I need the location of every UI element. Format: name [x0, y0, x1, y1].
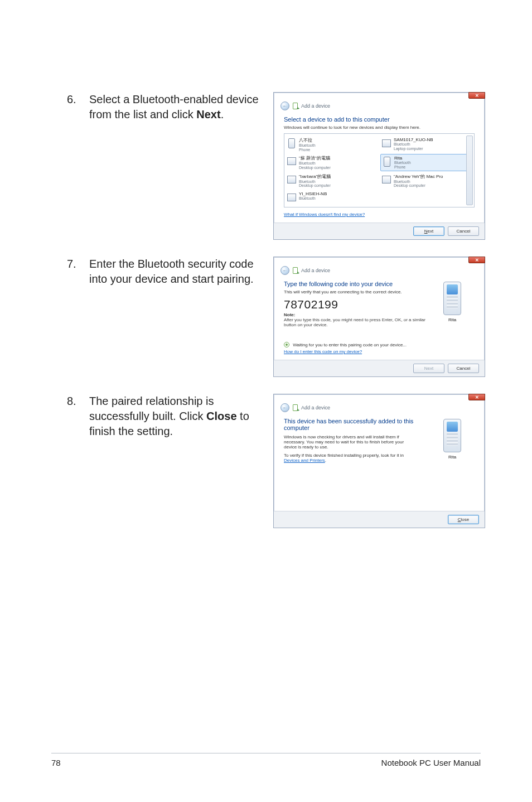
device-name: YI_HSIEH-NB: [299, 191, 327, 196]
dialog-body: Rita Type the following code into your d…: [274, 278, 485, 360]
spinner-icon: [284, 342, 289, 347]
device-type: Bluetooth: [394, 161, 411, 165]
cancel-button[interactable]: Cancel: [448, 364, 479, 373]
device-item[interactable]: SAM1017_KUO-NB Bluetooth Laptop computer: [380, 136, 473, 153]
phone-icon: [287, 137, 297, 149]
step-text-bold: Next: [196, 108, 220, 120]
device-item[interactable]: "barbara"的電腦 Bluetooth Desktop computer: [286, 172, 378, 189]
device-name: "barbara"的電腦: [299, 173, 331, 180]
step-figure: ✕ ← Add a device Rita Type the following…: [273, 257, 485, 377]
device-name: "蘇 辟清"的電腦: [299, 155, 331, 161]
laptop-icon: [381, 137, 391, 149]
device-name: Rita: [394, 156, 411, 161]
add-device-icon: [293, 267, 298, 274]
dialog-header: ← Add a device: [274, 257, 485, 278]
dialog-title: Add a device: [301, 405, 330, 410]
device-item[interactable]: "Andrew Yeh"的 Mac Pro Bluetooth Desktop …: [380, 172, 473, 189]
dialog-footer: Next Cancel: [274, 223, 485, 239]
step-text: Select a Bluetooth-enabled device from t…: [89, 92, 273, 122]
step-text-post: .: [221, 108, 224, 120]
status-text: Waiting for you to enter this pairing co…: [293, 342, 407, 347]
step-number: 7.: [67, 257, 89, 272]
close-icon[interactable]: ✕: [468, 394, 485, 400]
phone-icon: [382, 156, 392, 168]
phone-icon: [443, 419, 461, 452]
device-kind: Desktop computer: [299, 166, 331, 170]
device-name: SAM1017_KUO-NB: [394, 137, 433, 142]
next-button: Next: [413, 364, 444, 373]
help-link[interactable]: What if Windows doesn't find my device?: [284, 212, 365, 217]
desktop-icon: [287, 173, 297, 186]
step-text: The paired relationship is successfully …: [89, 394, 273, 439]
verify-pre: To verify if this device finished instal…: [284, 453, 404, 458]
device-kind: Phone: [394, 165, 411, 170]
step-6: 6. Select a Bluetooth-enabled device fro…: [67, 92, 482, 240]
dialog-footer: Next Cancel: [274, 360, 485, 376]
page-footer: 78 Notebook PC User Manual: [0, 753, 532, 767]
dialog-body: Select a device to add to this computer …: [274, 114, 485, 223]
device-item-selected[interactable]: Rita Bluetooth Phone: [380, 154, 473, 171]
close-button-label: lose: [461, 517, 470, 522]
verify-text: To verify if this device finished instal…: [284, 453, 412, 463]
device-type: Bluetooth: [299, 143, 316, 148]
device-item[interactable]: YI_HSIEH-NB Bluetooth: [286, 190, 378, 205]
step-7: 7. Enter the Bluetooth security code int…: [67, 257, 482, 377]
cancel-button[interactable]: Cancel: [448, 226, 479, 236]
device-kind: Desktop computer: [394, 183, 443, 188]
step-text-bold: Close: [206, 410, 236, 422]
dialog-subtext: Windows will continue to look for new de…: [284, 125, 475, 130]
device-thumbnail: Rita: [430, 419, 475, 460]
close-icon[interactable]: ✕: [468, 92, 485, 99]
device-list[interactable]: 八不拉 Bluetooth Phone SAM1017_KUO-NB Bluet…: [284, 133, 475, 207]
close-button[interactable]: Close: [448, 515, 479, 524]
laptop-icon: [287, 191, 297, 204]
dialog-header: ← Add a device: [274, 93, 485, 114]
verify-post: .: [325, 458, 326, 463]
step-number: 6.: [67, 92, 89, 107]
next-button-label: ext: [428, 229, 434, 234]
back-button: ←: [280, 403, 289, 412]
dialog-heading: Select a device to add to this computer: [284, 116, 475, 123]
device-type: Bluetooth: [394, 180, 443, 184]
desktop-icon: [381, 173, 391, 186]
close-icon[interactable]: ✕: [468, 257, 485, 263]
device-thumbnail: Rita: [430, 282, 475, 322]
dialog-enter-code: ✕ ← Add a device Rita Type the following…: [273, 257, 485, 377]
device-item[interactable]: "蘇 辟清"的電腦 Bluetooth Desktop computer: [286, 154, 378, 171]
page-number: 78: [51, 758, 61, 767]
device-kind: Desktop computer: [299, 183, 331, 188]
back-button[interactable]: ←: [280, 266, 289, 275]
devices-and-printers-link[interactable]: Devices and Printers: [284, 458, 325, 463]
device-type: Bluetooth: [394, 142, 433, 147]
add-device-icon: [293, 103, 298, 109]
device-item[interactable]: 八不拉 Bluetooth Phone: [286, 136, 378, 153]
device-kind: Laptop computer: [394, 147, 433, 151]
device-thumb-label: Rita: [430, 455, 475, 460]
footer-divider: [51, 753, 481, 753]
step-text-pre: The paired relationship is successfully …: [89, 395, 214, 422]
device-thumb-label: Rita: [430, 317, 475, 322]
dialog-title: Add a device: [301, 268, 330, 273]
status-row: Waiting for you to enter this pairing co…: [284, 342, 475, 347]
dialog-footer: Close: [274, 511, 485, 528]
phone-icon: [443, 282, 461, 315]
dialog-select-device: ✕ ← Add a device Select a device to add …: [273, 92, 485, 240]
step-8: 8. The paired relationship is successful…: [67, 394, 482, 528]
dialog-body: Rita This device has been successfully a…: [274, 416, 485, 511]
step-text-pre: Select a Bluetooth-enabled device from t…: [89, 93, 259, 120]
add-device-icon: [293, 404, 298, 411]
device-kind: Phone: [299, 148, 316, 152]
next-button[interactable]: Next: [413, 226, 444, 236]
dialog-subtext: Windows is now checking for drivers and …: [284, 434, 412, 450]
device-type: Bluetooth: [299, 196, 327, 201]
back-button[interactable]: ←: [280, 102, 289, 110]
dialog-header: ← Add a device: [274, 394, 485, 416]
desktop-icon: [287, 155, 297, 167]
help-link[interactable]: How do I enter this code on my device?: [284, 349, 362, 354]
footer-text: Notebook PC User Manual: [381, 758, 481, 767]
device-name: 八不拉: [299, 137, 316, 143]
device-type: Bluetooth: [299, 180, 331, 184]
device-name: "Andrew Yeh"的 Mac Pro: [394, 173, 443, 180]
step-figure: ✕ ← Add a device Rita This device has be…: [273, 394, 485, 528]
dialog-success: ✕ ← Add a device Rita This device has be…: [273, 394, 485, 528]
